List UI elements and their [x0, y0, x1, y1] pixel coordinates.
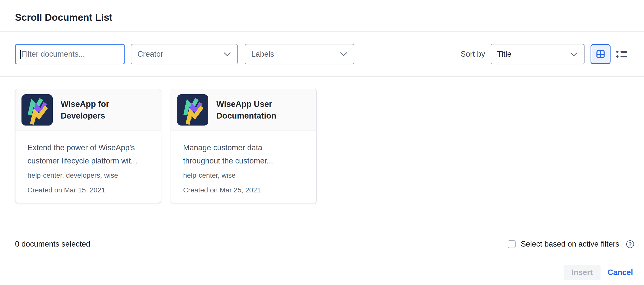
document-card-body: Extend the power of WiseApp's customer l… [16, 131, 161, 203]
help-icon[interactable]: ? [626, 240, 634, 248]
select-active-filters-checkbox[interactable] [508, 240, 516, 248]
document-title: WiseApp for Developers [61, 98, 151, 122]
labels-dropdown[interactable]: Labels [245, 44, 354, 64]
document-created-date: Created on Mar 25, 2021 [183, 186, 304, 194]
text-caret [20, 50, 21, 59]
select-active-filters-label[interactable]: Select based on active filters [520, 240, 619, 249]
document-created-date: Created on Mar 15, 2021 [28, 186, 149, 194]
document-card-header: WiseApp User Documentation [171, 89, 316, 131]
sort-by-label: Sort by [461, 50, 485, 59]
cancel-button[interactable]: Cancel [608, 268, 633, 277]
document-description: Manage customer data throughout the cust… [183, 141, 298, 167]
document-card[interactable]: WiseApp for Developers Extend the power … [15, 89, 161, 203]
document-card-body: Manage customer data throughout the cust… [171, 131, 316, 203]
sort-dropdown-value: Title [497, 50, 511, 59]
document-card-header: WiseApp for Developers [16, 89, 161, 131]
creator-dropdown-label: Creator [138, 50, 163, 59]
page-title: Scroll Document List [15, 12, 112, 23]
document-labels: help-center, developers, wise [28, 171, 149, 179]
filter-toolbar: Creator Labels Sort by Title [0, 32, 644, 77]
wiseapp-logo-icon [177, 94, 208, 126]
creator-dropdown[interactable]: Creator [131, 44, 238, 64]
grid-icon [596, 50, 605, 58]
filter-input-wrap [15, 44, 125, 64]
active-filters-group: Select based on active filters ? [508, 240, 634, 249]
chevron-down-icon [570, 52, 578, 56]
filter-documents-input[interactable] [15, 44, 125, 64]
document-title: WiseApp User Documentation [216, 98, 306, 122]
document-description: Extend the power of WiseApp's customer l… [28, 141, 143, 167]
insert-button[interactable]: Insert [564, 265, 600, 280]
document-labels: help-center, wise [183, 171, 304, 179]
sort-dropdown[interactable]: Title [490, 44, 584, 64]
list-view-button[interactable] [614, 44, 630, 64]
selection-status-bar: 0 documents selected Select based on act… [0, 230, 644, 258]
selection-count: 0 documents selected [15, 240, 90, 249]
document-card[interactable]: WiseApp User Documentation Manage custom… [170, 89, 317, 203]
labels-dropdown-label: Labels [251, 50, 274, 59]
list-icon [616, 51, 627, 58]
dialog-header: Scroll Document List [0, 0, 644, 32]
dialog-actions: Insert Cancel [0, 258, 644, 280]
chevron-down-icon [340, 52, 347, 56]
card-view-button[interactable] [590, 44, 610, 64]
document-card-list: WiseApp for Developers Extend the power … [0, 77, 644, 230]
wiseapp-logo-icon [22, 94, 53, 126]
chevron-down-icon [224, 52, 231, 56]
